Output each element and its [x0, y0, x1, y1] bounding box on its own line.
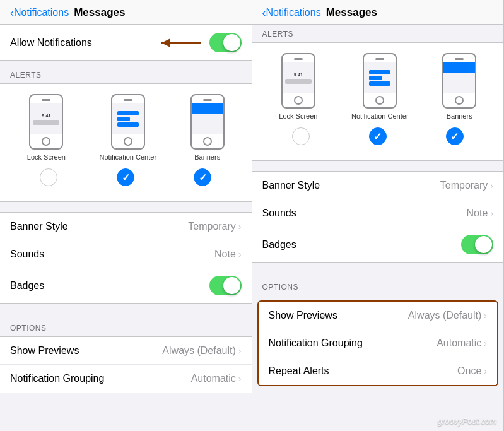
right-lock-time: 9:41	[294, 73, 303, 77]
right-alert-notif-center[interactable]: Notification Center	[351, 53, 409, 120]
right-notif-grouping-chevron-icon: ›	[484, 338, 487, 348]
right-show-previews-chevron-icon: ›	[484, 310, 487, 321]
left-back-link[interactable]: Notifications	[14, 7, 69, 18]
left-options-section: OPTIONS Show Previews Always (Default) ›…	[0, 314, 252, 393]
left-badges-toggle[interactable]	[209, 276, 242, 295]
lock-screen-label: Lock Screen	[27, 153, 66, 161]
banners-label: Banners	[194, 153, 220, 161]
right-banner-style-row[interactable]: Banner Style Temporary ›	[252, 172, 504, 199]
left-alerts-card: 9:41 Lock Screen	[0, 83, 252, 202]
lock-time: 9:41	[42, 114, 50, 118]
right-sounds-row[interactable]: Sounds Note ›	[252, 199, 504, 227]
notif-center-phone-icon	[111, 94, 145, 150]
phone-speaker-3	[203, 99, 212, 101]
notif-center-label: Notification Center	[100, 153, 157, 161]
lock-screen-content-area: 9:41	[30, 103, 62, 134]
left-banner-style-row[interactable]: Banner Style Temporary ›	[0, 213, 252, 240]
right-notif-grouping-label: Notification Grouping	[269, 338, 437, 349]
right-banner-style-label: Banner Style	[262, 180, 440, 191]
right-notif-grouping-value: Automatic	[437, 338, 481, 349]
allow-notifications-row: Allow Notifications	[0, 25, 252, 61]
right-check-banners[interactable]	[446, 127, 464, 145]
right-lock-screen-content: 9:41	[283, 62, 314, 93]
allow-notifications-label: Allow Notifications	[10, 37, 209, 49]
sounds-label: Sounds	[10, 249, 214, 260]
right-show-previews-label: Show Previews	[269, 310, 408, 321]
right-toggle-thumb-badges	[475, 236, 492, 253]
right-header: ‹ Notifications Messages	[252, 0, 504, 25]
right-phone-home-1	[294, 96, 303, 105]
right-settings-rows: Banner Style Temporary › Sounds Note › B…	[252, 171, 504, 263]
right-repeat-alerts-row[interactable]: Repeat Alerts Once ›	[259, 357, 498, 385]
left-alert-lock-screen[interactable]: 9:41 Lock Screen	[27, 94, 66, 161]
banners-content	[192, 103, 223, 134]
right-sounds-label: Sounds	[262, 208, 467, 219]
phone-speaker	[42, 99, 50, 101]
show-previews-value: Always (Default)	[162, 345, 235, 357]
left-check-notif-center[interactable]	[117, 168, 134, 186]
notif-center-lines	[115, 109, 141, 129]
right-notif-line-1	[369, 70, 390, 74]
right-show-previews-value: Always (Default)	[408, 310, 481, 321]
notif-line-2	[117, 117, 130, 121]
banner-style-value: Temporary	[188, 221, 236, 232]
right-lock-screen-label: Lock Screen	[279, 112, 317, 120]
left-alert-banners[interactable]: Banners	[190, 94, 225, 161]
toggle-thumb	[223, 34, 240, 51]
right-sounds-chevron-icon: ›	[490, 208, 493, 218]
phone-speaker-2	[124, 99, 132, 101]
right-check-notif-center[interactable]	[369, 127, 387, 145]
banners-phone-icon	[190, 94, 225, 150]
show-previews-label: Show Previews	[10, 345, 162, 357]
left-panel: ‹ Notifications Messages Allow Notificat…	[0, 0, 252, 431]
left-header: ‹ Notifications Messages	[0, 0, 252, 25]
right-show-previews-row[interactable]: Show Previews Always (Default) ›	[259, 302, 498, 329]
lock-screen-phone-icon: 9:41	[29, 94, 63, 150]
right-phone-speaker-2	[375, 58, 384, 60]
right-notif-center-phone-icon	[363, 53, 397, 109]
phone-home-button-3	[203, 137, 212, 146]
right-alert-lock-screen[interactable]: 9:41 Lock Screen	[279, 53, 317, 120]
right-banner-top	[443, 62, 475, 73]
right-options-box: Show Previews Always (Default) › Notific…	[257, 300, 499, 386]
right-settings-card: Banner Style Temporary › Sounds Note › B…	[252, 171, 504, 263]
right-notif-line-2	[369, 76, 382, 80]
right-repeat-alerts-chevron-icon: ›	[484, 366, 487, 376]
right-options-label: OPTIONS	[252, 273, 504, 295]
left-check-lock-screen[interactable]	[40, 168, 57, 186]
right-badges-toggle[interactable]	[461, 235, 493, 254]
left-alerts-section: ALERTS 9:41	[0, 61, 252, 202]
left-check-banners[interactable]	[194, 168, 211, 186]
right-banners-label: Banners	[447, 112, 472, 120]
left-settings-card: Banner Style Temporary › Sounds Note › B…	[0, 212, 252, 304]
notif-grouping-value: Automatic	[191, 373, 236, 384]
banner-top	[192, 103, 223, 114]
right-banner-style-chevron-icon: ›	[490, 180, 493, 191]
right-panel: ‹ Notifications Messages ALERTS 9:41	[252, 0, 505, 431]
right-alert-banners[interactable]: Banners	[442, 53, 476, 120]
left-show-previews-row[interactable]: Show Previews Always (Default) ›	[0, 337, 252, 365]
allow-notifications-toggle[interactable]	[209, 33, 242, 52]
notif-grouping-label: Notification Grouping	[10, 373, 191, 384]
right-options-card: Show Previews Always (Default) › Notific…	[259, 302, 498, 385]
toggle-thumb-badges	[223, 277, 240, 294]
left-sounds-row[interactable]: Sounds Note ›	[0, 240, 252, 268]
right-lock-screen-phone-icon: 9:41	[281, 53, 315, 109]
banner-style-chevron-icon: ›	[238, 221, 242, 232]
right-badges-row: Badges	[252, 227, 504, 262]
right-check-lock-screen[interactable]	[292, 127, 310, 145]
left-options-card: Show Previews Always (Default) › Notific…	[0, 336, 252, 393]
right-notif-center-content	[364, 62, 396, 93]
left-options-label: OPTIONS	[0, 314, 252, 336]
notif-line-1	[117, 111, 139, 115]
right-phone-speaker-3	[455, 58, 464, 60]
sounds-chevron-icon: ›	[238, 249, 242, 259]
phone-home-button	[42, 137, 50, 146]
right-notif-grouping-row[interactable]: Notification Grouping Automatic ›	[259, 329, 498, 357]
left-alert-notif-center[interactable]: Notification Center	[100, 94, 157, 161]
right-banners-content	[443, 62, 475, 93]
right-back-link[interactable]: Notifications	[266, 7, 321, 18]
right-repeat-alerts-label: Repeat Alerts	[269, 365, 458, 377]
left-notif-grouping-row[interactable]: Notification Grouping Automatic ›	[0, 365, 252, 393]
badges-label: Badges	[10, 280, 209, 292]
